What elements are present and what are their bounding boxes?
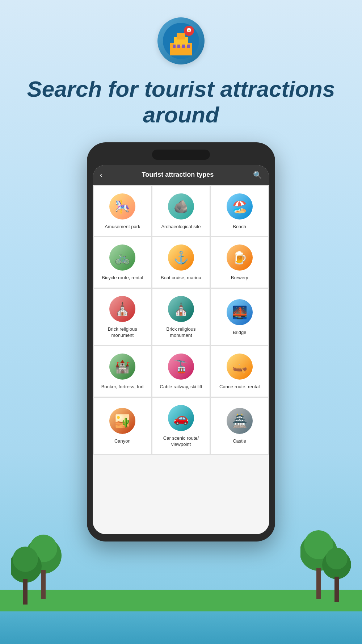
- svg-point-10: [326, 548, 348, 569]
- attraction-item-castle[interactable]: 🏯Castle: [211, 398, 268, 454]
- attraction-label-canoe-route: Canoe route, rental: [219, 384, 260, 390]
- attraction-item-bicycle-route[interactable]: 🚲Bicycle route, rental: [94, 237, 151, 288]
- svg-rect-15: [177, 33, 185, 39]
- attraction-label-brick-religious-2: Brick religious monument: [156, 326, 206, 339]
- svg-rect-8: [316, 568, 321, 599]
- attraction-item-brick-religious-2[interactable]: ⛪Brick religious monument: [152, 289, 210, 345]
- svg-rect-16: [173, 45, 176, 48]
- attraction-item-bridge[interactable]: 🌉Bridge: [211, 289, 268, 345]
- phone-frame: ‹ Tourist attraction types 🔍 🎠Amusement …: [87, 142, 275, 541]
- attraction-label-cable-railway: Cable railway, ski lift: [160, 384, 202, 390]
- attraction-grid: 🎠Amusement park🪨Archaeological site🏖️Bea…: [93, 185, 269, 455]
- attraction-icon-canoe-route: 🛶: [227, 354, 253, 380]
- svg-rect-17: [177, 45, 180, 48]
- attraction-icon-brick-religious-2: ⛪: [168, 296, 194, 322]
- attraction-item-beach[interactable]: 🏖️Beach: [211, 186, 268, 237]
- attraction-icon-car-scenic: 🚗: [168, 405, 194, 431]
- phone-mockup: ‹ Tourist attraction types 🔍 🎠Amusement …: [0, 142, 362, 541]
- svg-rect-18: [182, 45, 185, 48]
- attraction-item-brewery[interactable]: 🍺Brewery: [211, 237, 268, 288]
- attraction-item-archaeological-site[interactable]: 🪨Archaeological site: [152, 186, 210, 237]
- screen-title: Tourist attraction types: [107, 171, 249, 179]
- attraction-label-castle: Castle: [233, 438, 246, 444]
- attraction-label-bicycle-route: Bicycle route, rental: [102, 275, 143, 281]
- attraction-icon-cable-railway: 🚡: [168, 354, 194, 380]
- attraction-icon-boat-cruise: ⚓: [168, 244, 194, 271]
- attraction-label-canyon: Canyon: [114, 438, 131, 444]
- app-icon: ★: [157, 17, 205, 64]
- attraction-item-amusement-park[interactable]: 🎠Amusement park: [94, 186, 151, 237]
- attraction-icon-bicycle-route: 🚲: [109, 244, 135, 271]
- attraction-icon-brick-religious-1: ⛪: [109, 296, 135, 322]
- attraction-label-brick-religious-1: Brick religious monument: [97, 326, 148, 339]
- phone-notch: [152, 150, 210, 160]
- attraction-item-boat-cruise[interactable]: ⚓Boat cruise, marina: [152, 237, 210, 288]
- svg-text:★: ★: [188, 29, 190, 32]
- attraction-icon-brewery: 🍺: [227, 244, 253, 271]
- attraction-label-car-scenic: Car scenic route/ viewpoint: [156, 435, 206, 448]
- back-button[interactable]: ‹: [100, 171, 102, 179]
- attraction-label-boat-cruise: Boat cruise, marina: [161, 275, 201, 281]
- attraction-icon-castle: 🏯: [227, 408, 253, 434]
- attraction-item-canyon[interactable]: 🏜️Canyon: [94, 398, 151, 454]
- attraction-item-car-scenic[interactable]: 🚗Car scenic route/ viewpoint: [152, 398, 210, 454]
- attraction-label-archaeological-site: Archaeological site: [161, 224, 201, 230]
- screen-header: ‹ Tourist attraction types 🔍: [93, 165, 269, 185]
- svg-rect-5: [23, 579, 28, 605]
- app-icon-section: ★: [0, 17, 362, 64]
- attraction-label-brewery: Brewery: [231, 275, 248, 281]
- attraction-icon-amusement-park: 🎠: [109, 193, 135, 219]
- phone-screen: ‹ Tourist attraction types 🔍 🎠Amusement …: [93, 165, 269, 534]
- svg-rect-19: [187, 45, 190, 48]
- main-heading: Search for tourist attractions around: [22, 76, 340, 128]
- attraction-icon-bridge: 🌉: [227, 299, 253, 325]
- svg-rect-11: [334, 577, 339, 602]
- attraction-icon-beach: 🏖️: [227, 193, 253, 219]
- attraction-label-beach: Beach: [233, 224, 246, 230]
- attraction-icon-archaeological-site: 🪨: [168, 193, 194, 219]
- attraction-item-brick-religious-1[interactable]: ⛪Brick religious monument: [94, 289, 151, 345]
- attraction-icon-canyon: 🏜️: [109, 408, 135, 434]
- attraction-label-bunker: Bunker, fortress, fort: [101, 384, 144, 390]
- attraction-item-canoe-route[interactable]: 🛶Canoe route, rental: [211, 346, 268, 397]
- svg-point-4: [13, 547, 38, 572]
- svg-rect-2: [41, 570, 46, 599]
- attraction-label-amusement-park: Amusement park: [105, 224, 140, 230]
- attraction-label-bridge: Bridge: [233, 330, 247, 336]
- attraction-item-cable-railway[interactable]: 🚡Cable railway, ski lift: [152, 346, 210, 397]
- search-icon[interactable]: 🔍: [253, 171, 262, 179]
- attraction-icon-bunker: 🏰: [109, 354, 135, 380]
- attraction-item-bunker[interactable]: 🏰Bunker, fortress, fort: [94, 346, 151, 397]
